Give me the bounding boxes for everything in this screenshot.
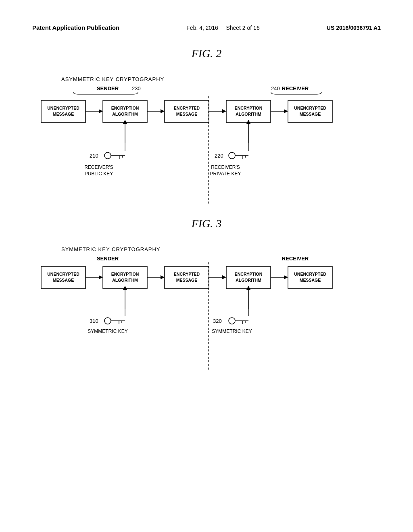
fig3-arrowhead1 — [99, 275, 103, 279]
fig3-key2-num: 320 — [213, 318, 222, 324]
fig2-key1-circle — [104, 152, 111, 159]
fig2-box2-line2: ALGORITHM — [112, 112, 138, 116]
fig2-key2-circle — [229, 152, 235, 159]
fig3-symmetric-label: SYMMETRIC KEY CRYPTOGRAPHY — [61, 246, 161, 252]
fig3-box4-line2: ALGORITHM — [236, 278, 261, 283]
fig2-key2-label1: RECEIVER'S — [211, 164, 240, 170]
fig2-receiver-num: 240 — [271, 85, 280, 91]
fig3-receiver-label: RECEIVER — [282, 256, 309, 262]
fig3-diagram: SYMMETRIC KEY CRYPTOGRAPHY SENDER RECEIV… — [32, 242, 381, 375]
fig2-box1-line1: UNENCRYPTED — [47, 106, 79, 110]
fig2-box4-line2: ALGORITHM — [236, 112, 261, 116]
fig3-sender-label: SENDER — [97, 256, 119, 262]
fig3-box1-line1: UNENCRYPTED — [47, 272, 79, 276]
fig3-box3-line2: MESSAGE — [176, 278, 198, 283]
fig3-key1-num: 310 — [90, 318, 98, 324]
fig3-key1-circle — [104, 318, 111, 324]
fig2-arrowhead4 — [284, 109, 288, 113]
fig3-section: FIG. 3 SYMMETRIC KEY CRYPTOGRAPHY SENDER… — [32, 217, 381, 375]
fig2-receiver-brace — [271, 92, 321, 94]
fig2-key1-label1: RECEIVER'S — [84, 164, 113, 170]
fig2-key1-num: 210 — [90, 153, 98, 159]
fig2-box3-line2: MESSAGE — [176, 112, 198, 116]
fig3-box2-line2: ALGORITHM — [112, 278, 138, 283]
fig3-box4-line1: ENCRYPTION — [235, 272, 262, 276]
fig3-box1-line2: MESSAGE — [53, 278, 74, 283]
header: Patent Application Publication Feb. 4, 2… — [32, 24, 381, 31]
header-title: Patent Application Publication — [32, 24, 119, 31]
fig2-key2-label2: PRIVATE KEY — [210, 171, 241, 177]
fig2-box3-line1: ENCRYPTED — [174, 106, 200, 110]
fig2-arrowhead3 — [222, 109, 226, 113]
fig2-diagram: ASYMMETRIC KEY CRYPTOGRAPHY SENDER 230 R… — [32, 72, 381, 209]
fig2-box1-line2: MESSAGE — [53, 112, 74, 116]
fig2-asymmetric-label: ASYMMETRIC KEY CRYPTOGRAPHY — [61, 76, 164, 82]
fig3-key1-label: SYMMETRIC KEY — [88, 328, 127, 334]
fig2-sender-num: 230 — [132, 85, 141, 91]
fig2-arrowhead1 — [99, 109, 103, 113]
fig2-box4-line1: ENCRYPTION — [235, 106, 262, 110]
fig3-title: FIG. 3 — [32, 217, 381, 230]
fig2-key1-label2: PUBLIC KEY — [85, 171, 113, 177]
fig3-key2-label: SYMMETRIC KEY — [212, 328, 252, 334]
fig3-box5-line2: MESSAGE — [300, 278, 321, 283]
fig2-key2-num: 220 — [215, 153, 223, 159]
fig2-box5-line1: UNENCRYPTED — [294, 106, 326, 110]
fig2-receiver-label: RECEIVER — [282, 85, 309, 91]
fig2-box5-line2: MESSAGE — [300, 112, 321, 116]
fig2-title: FIG. 2 — [32, 47, 381, 60]
page: Patent Application Publication Feb. 4, 2… — [0, 0, 413, 532]
fig3-box5-line1: UNENCRYPTED — [294, 272, 326, 276]
header-date-sheet: Feb. 4, 2016 Sheet 2 of 16 — [186, 25, 259, 31]
fig3-key2-circle — [229, 318, 235, 324]
fig2-sender-label: SENDER — [97, 85, 119, 91]
fig2-arrowhead2 — [161, 109, 165, 113]
fig3-box3-line1: ENCRYPTED — [174, 272, 200, 276]
fig2-section: FIG. 2 ASYMMETRIC KEY CRYPTOGRAPHY SENDE… — [32, 47, 381, 209]
header-patent: US 2016/0036791 A1 — [327, 25, 381, 31]
fig3-box2-line1: ENCRYPTION — [111, 272, 139, 276]
fig3-arrowhead2 — [161, 275, 165, 279]
fig3-arrowhead3 — [222, 275, 226, 279]
fig2-box2-line1: ENCRYPTION — [111, 106, 139, 110]
fig3-arrowhead4 — [284, 275, 288, 279]
fig2-sender-brace — [73, 92, 138, 94]
